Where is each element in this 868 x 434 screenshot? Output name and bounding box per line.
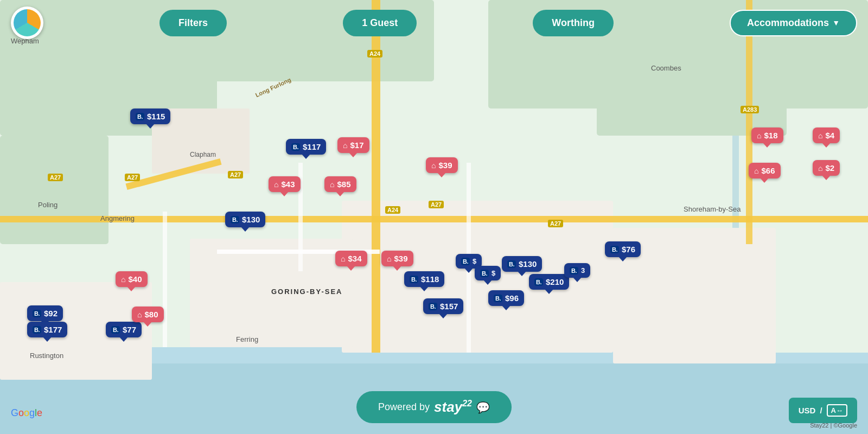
- marker-airbnb-4[interactable]: ⌂ $4: [813, 127, 840, 143]
- powered-by-text: Powered by: [378, 401, 430, 413]
- price-34: $34: [348, 254, 361, 263]
- price-4: $4: [825, 131, 834, 140]
- marker-booking-177[interactable]: B. $177: [27, 322, 67, 337]
- booking-icon: B.: [33, 310, 41, 317]
- price-210: $210: [546, 277, 564, 286]
- marker-booking-115[interactable]: B. $115: [130, 108, 170, 124]
- marker-airbnb-66[interactable]: ⌂ $66: [749, 163, 781, 178]
- marker-booking-92[interactable]: B. $92: [27, 305, 63, 321]
- booking-icon: B.: [231, 216, 239, 224]
- marker-booking-118[interactable]: B. $118: [404, 271, 444, 287]
- chevron-down-icon: ▼: [832, 18, 840, 27]
- price-177: $177: [44, 325, 62, 334]
- airbnb-icon: ⌂: [818, 164, 822, 173]
- filters-button[interactable]: Filters: [159, 10, 227, 36]
- powered-by-banner: Powered by stay22 💬: [356, 391, 512, 423]
- price-18: $18: [764, 131, 777, 140]
- airbnb-icon: ⌂: [137, 310, 142, 319]
- marker-airbnb-39b[interactable]: ⌂ $39: [381, 251, 413, 266]
- price-130b: $130: [519, 259, 537, 269]
- booking-icon: B.: [291, 143, 300, 151]
- marker-airbnb-85[interactable]: ⌂ $85: [324, 176, 356, 192]
- road-white-2: [163, 212, 167, 347]
- price-43: $43: [281, 180, 295, 189]
- booking-icon: B.: [570, 267, 578, 275]
- price-40: $40: [128, 275, 142, 284]
- marker-booking-77[interactable]: B. $77: [106, 322, 142, 337]
- price-77: $77: [123, 325, 136, 334]
- location-button[interactable]: Worthing: [533, 10, 614, 36]
- guests-button[interactable]: 1 Guest: [343, 10, 417, 36]
- marker-booking-c3[interactable]: B. 3: [564, 263, 590, 278]
- price-157: $157: [440, 302, 458, 311]
- marker-airbnb-2[interactable]: ⌂ $2: [813, 160, 840, 176]
- currency-text: USD: [799, 406, 816, 415]
- price-39: $39: [438, 161, 452, 170]
- airbnb-icon: ⌂: [330, 180, 334, 189]
- marker-airbnb-80[interactable]: ⌂ $80: [132, 307, 164, 322]
- marker-airbnb-17[interactable]: ⌂ $17: [337, 137, 369, 153]
- marker-booking-117[interactable]: B. $117: [286, 139, 326, 155]
- marker-booking-130b[interactable]: B. $130: [502, 256, 542, 272]
- google-g: G: [11, 407, 18, 419]
- map-container: Wepham Clapham Angmering Poling Rustingt…: [0, 0, 868, 434]
- separator: /: [820, 406, 822, 415]
- currency-button[interactable]: USD / A↔: [789, 398, 857, 423]
- price-39b: $39: [394, 254, 407, 263]
- airbnb-icon: ⌂: [387, 254, 391, 263]
- copyright-text: Stay22 | ©Google: [810, 422, 857, 429]
- price-117: $117: [303, 142, 321, 151]
- booking-icon: B.: [111, 326, 120, 334]
- price-66: $66: [761, 166, 775, 175]
- google-g2: g: [29, 407, 35, 419]
- booking-icon: B.: [494, 295, 502, 302]
- price-c1: $: [473, 257, 476, 265]
- chat-icon: 💬: [476, 401, 490, 414]
- booking-icon: B.: [534, 278, 543, 286]
- stay-number: 22: [462, 399, 472, 408]
- booking-icon: B.: [480, 270, 489, 277]
- airbnb-icon: ⌂: [431, 161, 436, 170]
- airbnb-icon: ⌂: [341, 254, 345, 263]
- urban-4: [190, 239, 353, 347]
- currency-icon: A↔: [827, 404, 847, 417]
- marker-booking-210[interactable]: B. $210: [529, 274, 569, 290]
- price-130: $130: [242, 215, 260, 224]
- marker-booking-130[interactable]: B. $130: [225, 212, 265, 227]
- airbnb-icon: ⌂: [754, 167, 758, 175]
- google-o2: o: [24, 407, 29, 419]
- marker-airbnb-18[interactable]: ⌂ $18: [751, 127, 783, 143]
- airbnb-icon: ⌂: [121, 275, 125, 284]
- google-logo: Google: [11, 407, 42, 419]
- marker-airbnb-39[interactable]: ⌂ $39: [426, 157, 458, 173]
- marker-airbnb-34[interactable]: ⌂ $34: [335, 251, 367, 266]
- marker-airbnb-40[interactable]: ⌂ $40: [116, 271, 148, 287]
- price-c3: 3: [581, 266, 585, 275]
- price-115: $115: [147, 112, 165, 121]
- marker-booking-157[interactable]: B. $157: [423, 298, 463, 314]
- green-4: [597, 54, 787, 136]
- price-85: $85: [337, 180, 350, 189]
- booking-icon: B.: [33, 326, 41, 334]
- marker-booking-c2[interactable]: B. $: [475, 266, 501, 280]
- logo-button[interactable]: [11, 7, 43, 39]
- price-80: $80: [144, 310, 158, 319]
- airbnb-icon: ⌂: [274, 180, 278, 189]
- booking-icon: B.: [507, 260, 516, 268]
- marker-booking-76[interactable]: B. $76: [605, 241, 641, 257]
- airbnb-icon: ⌂: [757, 131, 761, 140]
- price-c2: $: [492, 269, 495, 277]
- price-96: $96: [505, 293, 519, 303]
- airbnb-icon: ⌂: [343, 141, 347, 150]
- price-76: $76: [622, 245, 635, 254]
- stay-logo: stay22: [434, 399, 472, 416]
- price-17: $17: [350, 141, 363, 150]
- google-e: e: [37, 407, 42, 419]
- accommodations-button[interactable]: Accommodations ▼: [730, 10, 857, 36]
- marker-airbnb-43[interactable]: ⌂ $43: [269, 176, 301, 192]
- booking-icon: B.: [461, 258, 470, 265]
- accommodations-label: Accommodations: [747, 17, 829, 29]
- booking-icon: B.: [410, 276, 418, 283]
- marker-booking-96[interactable]: B. $96: [488, 290, 524, 306]
- booking-icon: B.: [136, 113, 144, 120]
